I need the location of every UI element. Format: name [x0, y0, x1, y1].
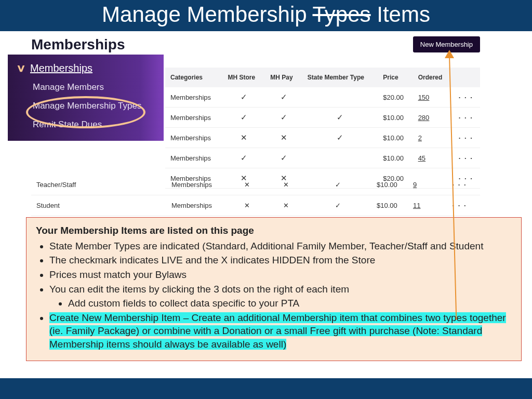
mh-pay-icon: ✓: [265, 108, 302, 128]
sidebar-item-manage-members[interactable]: Manage Members: [33, 82, 154, 93]
mh-store-icon: ✓: [222, 108, 265, 128]
state-type-icon: [302, 148, 378, 168]
sidebar-item-remit-state-dues[interactable]: Remit State Dues: [33, 119, 154, 130]
row-menu-button[interactable]: · · ·: [452, 128, 480, 148]
col-ordered: Ordered: [413, 68, 452, 87]
col-price: Price: [378, 68, 413, 87]
col-mh-store: MH Store: [222, 68, 265, 87]
mh-store-icon: ✕: [226, 195, 268, 216]
table-row: Memberships ✓ ✓ $10.00 45 · · ·: [165, 148, 480, 168]
mh-pay-icon: ✓: [265, 87, 302, 108]
ordered-link: 9: [413, 181, 417, 189]
state-type-icon: ✓: [302, 128, 378, 148]
row-menu-button[interactable]: · · ·: [452, 108, 480, 128]
table-row: Memberships ✕ ✕ ✓ $10.00 2 · · ·: [165, 128, 480, 148]
mh-pay-icon: ✕: [268, 195, 304, 216]
state-type-icon: ✓: [304, 195, 371, 216]
membership-table-lower: Teacher/Staff Memberships ✕ ✕ ✓ $10.00 9…: [31, 175, 480, 216]
state-type-icon: [302, 87, 378, 108]
mh-store-icon: ✕: [222, 128, 265, 148]
col-mh-pay: MH Pay: [265, 68, 302, 87]
row-menu-button[interactable]: · · ·: [452, 148, 480, 168]
table-row: Memberships ✓ ✓ $20.00 150 · · ·: [165, 87, 480, 108]
sidebar-item-manage-membership-types[interactable]: Manage Membership Types: [33, 100, 154, 112]
col-categories: Categories: [165, 68, 222, 87]
sidebar: ∨ Memberships Manage Members Manage Memb…: [8, 55, 164, 141]
mh-pay-icon: ✕: [268, 175, 304, 195]
mh-store-icon: ✕: [226, 175, 268, 195]
table-row: Memberships ✓ ✓ ✓ $10.00 280 · · ·: [165, 108, 480, 128]
table-row: Student Memberships ✕ ✕ ✓ $10.00 11 · · …: [31, 195, 480, 216]
ordered-link: 11: [413, 202, 420, 209]
membership-table: Categories MH Store MH Pay State Member …: [165, 68, 480, 189]
footer-band: [0, 378, 532, 399]
mh-store-icon: ✓: [222, 148, 265, 168]
slide-title: Manage Membership Types Items: [0, 0, 532, 31]
sidebar-heading[interactable]: Memberships: [30, 62, 92, 74]
state-type-icon: ✓: [304, 175, 371, 195]
state-type-icon: ✓: [302, 108, 378, 128]
instruction-note: Your Membership Items are listed on this…: [26, 217, 522, 361]
ordered-link: 45: [418, 154, 425, 162]
mh-pay-icon: ✓: [265, 148, 302, 168]
row-menu-button[interactable]: · · ·: [439, 195, 480, 216]
ordered-link: 280: [418, 114, 430, 122]
mh-pay-icon: ✕: [265, 128, 302, 148]
row-menu-button[interactable]: · · ·: [452, 87, 480, 108]
col-state-member-type: State Member Type: [302, 68, 378, 87]
ordered-link: 2: [418, 134, 422, 142]
mh-store-icon: ✓: [222, 87, 265, 108]
ordered-link: 150: [418, 94, 430, 101]
callout-arrow-head: [445, 50, 454, 58]
chevron-down-icon[interactable]: ∨: [16, 62, 26, 74]
table-row: Teacher/Staff Memberships ✕ ✕ ✓ $10.00 9…: [31, 175, 480, 195]
row-menu-button[interactable]: · · ·: [439, 175, 480, 195]
